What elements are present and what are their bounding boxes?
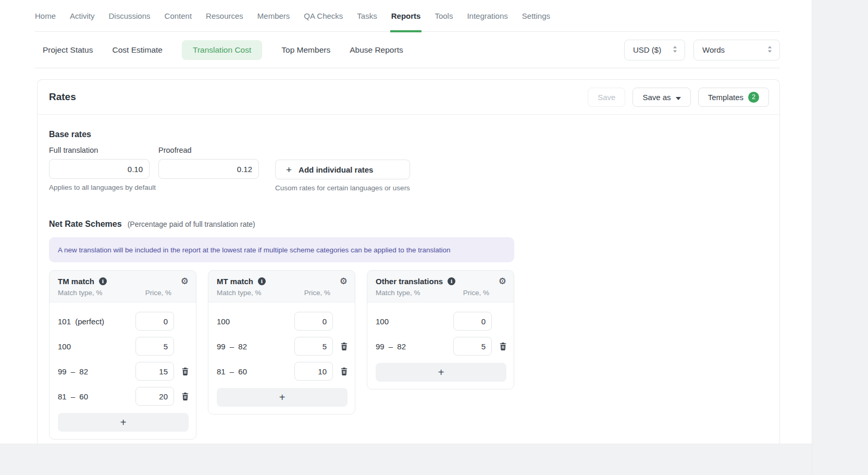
rates-panel-header: Rates Save Save as Templates 2: [38, 80, 779, 115]
rates-panel: Rates Save Save as Templates 2: [37, 79, 780, 444]
add-individual-rates-button[interactable]: Add individual rates: [275, 160, 410, 179]
templates-label: Templates: [708, 93, 743, 102]
scheme-card-header: TM match Match type, % Price, %: [49, 271, 196, 302]
price-input[interactable]: [453, 312, 492, 331]
gear-icon[interactable]: [340, 277, 348, 286]
nav-item-tools[interactable]: Tools: [435, 0, 453, 31]
column-header-match-type: Match type, %: [58, 289, 103, 297]
rate-row: 81 – 60: [217, 359, 348, 384]
trash-icon: [341, 368, 348, 375]
rate-row: 99 – 82: [376, 334, 506, 359]
nav-item-qa-checks[interactable]: QA Checks: [304, 0, 343, 31]
price-input[interactable]: [294, 337, 333, 356]
proofread-field: Proofread: [158, 146, 259, 192]
scheme-card-mt-match: MT match Match type, % Price, % 100 99 –…: [208, 270, 355, 415]
full-translation-label: Full translation: [49, 146, 150, 154]
info-icon[interactable]: [99, 277, 107, 285]
delete-row-button[interactable]: [341, 343, 348, 350]
plus-icon: [279, 392, 286, 403]
rates-panel-body: Base rates Full translation Applies to a…: [38, 130, 779, 440]
trash-icon: [182, 393, 189, 400]
scheme-title: MT match: [217, 277, 253, 286]
reports-sub-nav: Project StatusCost EstimateTranslation C…: [35, 32, 780, 68]
column-header-match-type: Match type, %: [217, 289, 262, 297]
gear-icon[interactable]: [499, 277, 506, 286]
add-rate-row-button[interactable]: [376, 363, 506, 382]
report-tabs: Project StatusCost EstimateTranslation C…: [43, 40, 403, 60]
tab-abuse-reports[interactable]: Abuse Reports: [350, 45, 403, 55]
match-type-label: 81 – 60: [217, 367, 294, 376]
full-translation-field: Full translation Applies to all language…: [49, 146, 150, 192]
tab-translation-cost[interactable]: Translation Cost: [182, 40, 262, 60]
bottom-gutter: [0, 444, 812, 475]
delete-row-button[interactable]: [182, 393, 189, 400]
add-rate-row-button[interactable]: [58, 413, 189, 432]
nav-item-reports[interactable]: Reports: [391, 0, 421, 31]
nav-item-integrations[interactable]: Integrations: [467, 0, 507, 31]
net-rate-schemes-heading-row: Net Rate Schemes (Percentage paid of ful…: [49, 220, 768, 229]
rate-row: 99 – 82: [58, 359, 189, 384]
scheme-card-body: 101 (perfect) 100 99 – 82 81 – 60: [49, 302, 196, 439]
info-icon[interactable]: [448, 277, 455, 285]
column-header-price: Price, %: [304, 289, 330, 297]
scheme-card-tm-match: TM match Match type, % Price, % 101 (per…: [49, 270, 196, 440]
page-title: Rates: [49, 91, 76, 103]
match-type-label: 99 – 82: [376, 342, 453, 351]
scheme-title: TM match: [58, 277, 94, 286]
match-type-label: 100: [217, 317, 294, 326]
match-type-label: 100: [58, 342, 135, 351]
nav-item-tasks[interactable]: Tasks: [357, 0, 377, 31]
caret-down-icon: [676, 93, 681, 102]
chevron-updown-icon: [672, 45, 678, 55]
chevron-updown-icon: [767, 45, 773, 55]
scheme-card-header: MT match Match type, % Price, %: [208, 271, 355, 302]
nav-item-content[interactable]: Content: [165, 0, 192, 31]
save-as-button[interactable]: Save as: [633, 88, 690, 107]
templates-button[interactable]: Templates 2: [698, 88, 769, 107]
trash-icon: [341, 343, 348, 350]
gear-icon[interactable]: [181, 277, 189, 286]
nav-item-home[interactable]: Home: [35, 0, 56, 31]
delete-row-button[interactable]: [182, 368, 189, 375]
add-individual-rates-hint: Cusom rates for certain languages or use…: [275, 184, 410, 192]
full-translation-hint: Applies to all languages by default: [49, 184, 150, 191]
nav-item-settings[interactable]: Settings: [522, 0, 550, 31]
tab-project-status[interactable]: Project Status: [43, 45, 93, 55]
page: HomeActivityDiscussionsContentResourcesM…: [0, 0, 868, 475]
rate-row: 99 – 82: [217, 334, 348, 359]
nav-item-resources[interactable]: Resources: [206, 0, 243, 31]
price-input[interactable]: [294, 362, 333, 381]
info-icon[interactable]: [258, 277, 266, 285]
price-input[interactable]: [294, 312, 333, 331]
full-translation-input[interactable]: [49, 159, 150, 179]
price-input[interactable]: [135, 362, 174, 381]
net-rate-schemes-heading: Net Rate Schemes: [49, 220, 122, 229]
tab-top-members[interactable]: Top Members: [281, 45, 330, 55]
add-rate-row-button[interactable]: [217, 388, 348, 407]
price-input[interactable]: [453, 337, 492, 356]
delete-row-button[interactable]: [341, 368, 348, 375]
unit-select[interactable]: Words: [693, 40, 780, 60]
price-input[interactable]: [135, 387, 174, 406]
delete-row-button[interactable]: [500, 343, 506, 350]
base-rates-fields: Full translation Applies to all language…: [49, 146, 768, 192]
price-input[interactable]: [135, 337, 174, 356]
price-input[interactable]: [135, 312, 174, 331]
trash-icon: [182, 368, 189, 375]
currency-select[interactable]: USD ($): [624, 40, 685, 60]
nav-item-members[interactable]: Members: [257, 0, 290, 31]
proofread-input[interactable]: [158, 159, 259, 179]
nav-item-discussions[interactable]: Discussions: [109, 0, 151, 31]
net-rate-schemes-subheading: (Percentage paid of full translation rat…: [128, 220, 255, 228]
currency-select-value: USD ($): [633, 45, 661, 54]
tab-cost-estimate[interactable]: Cost Estimate: [113, 45, 163, 55]
match-type-label: 99 – 82: [217, 342, 294, 351]
rate-row: 100: [58, 334, 189, 359]
rate-row: 100: [217, 309, 348, 334]
save-button[interactable]: Save: [588, 88, 625, 107]
main-content: HomeActivityDiscussionsContentResourcesM…: [0, 0, 812, 444]
nav-item-activity[interactable]: Activity: [70, 0, 95, 31]
plus-icon: [286, 165, 292, 175]
trash-icon: [500, 343, 506, 350]
plus-icon: [438, 367, 444, 377]
